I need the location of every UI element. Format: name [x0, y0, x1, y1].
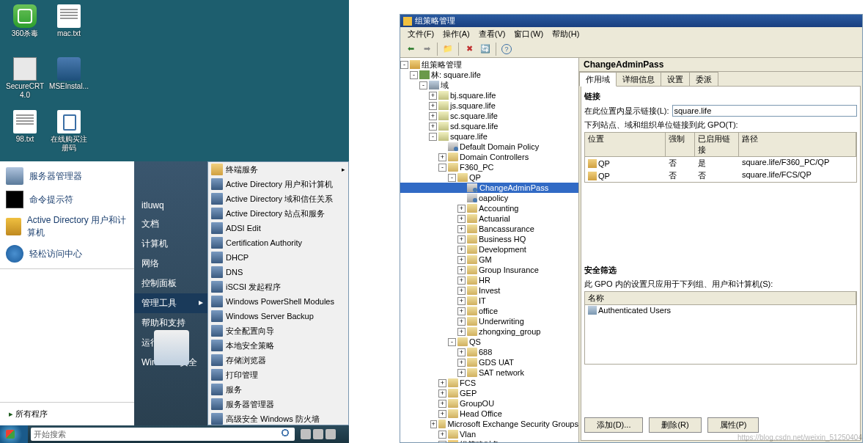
admin-tool-Active Directory 用户和计算机[interactable]: Active Directory 用户和计算机	[208, 177, 348, 191]
tree-node-ChangeAdminPass[interactable]: ChangeAdminPass	[400, 183, 578, 193]
all-programs[interactable]: 所有程序	[0, 402, 134, 425]
tree-node-IT[interactable]: +IT	[400, 296, 578, 306]
tree-node-sd.square.life[interactable]: +sd.square.life	[400, 121, 578, 131]
tree-node-688[interactable]: +688	[400, 347, 578, 357]
system-tray[interactable]	[298, 425, 349, 443]
menu-文件(F)[interactable]: 文件(F)	[403, 27, 438, 40]
menu-窗口(W)[interactable]: 窗口(W)	[510, 27, 548, 40]
admin-tool-DNS[interactable]: DNS	[208, 265, 348, 279]
admin-tool-ADSI Edit[interactable]: ADSI Edit	[208, 221, 348, 235]
tree-node-oapolicy[interactable]: oapolicy	[400, 193, 578, 203]
start-search-input[interactable]: 开始搜索	[31, 428, 295, 441]
tree-node-域[interactable]: -域	[400, 80, 578, 90]
admin-tool-存储浏览器[interactable]: 存储浏览器	[208, 353, 348, 367]
start-right-itluwq[interactable]: itluwq	[134, 197, 207, 214]
location-input[interactable]	[672, 105, 858, 117]
desktop-icon-98.txt[interactable]: 98.txt	[4, 110, 45, 144]
admin-tool-Active Directory 域和信任关系[interactable]: Active Directory 域和信任关系	[208, 191, 348, 206]
tree-node-QS[interactable]: -QS	[400, 337, 578, 347]
tree-node-Microsoft Exchange Security Groups[interactable]: +Microsoft Exchange Security Groups	[400, 419, 578, 429]
start-right-网络[interactable]: 网络	[134, 254, 207, 274]
tree-node-Business HQ[interactable]: +Business HQ	[400, 234, 578, 244]
tree-node-js.square.life[interactable]: +js.square.life	[400, 100, 578, 111]
gpmc-tree[interactable]: -组策略管理-林: square.life-域+bj.square.life+j…	[400, 58, 579, 442]
desktop-icon-mac.txt[interactable]: mac.txt	[48, 4, 89, 38]
links-row[interactable]: QP否否square.life/FCS/QP	[585, 169, 856, 182]
back-button[interactable]	[403, 42, 418, 56]
help-button[interactable]	[499, 42, 514, 56]
admin-tool-iSCSI 发起程序[interactable]: iSCSI 发起程序	[208, 279, 348, 294]
admin-tool-Windows Server Backup[interactable]: Windows Server Backup	[208, 309, 348, 323]
tree-node-GroupOU[interactable]: +GroupOU	[400, 398, 578, 409]
start-pinned-轻松访问中心[interactable]: 轻松访问中心	[0, 242, 134, 266]
desktop-icon-MSEInstal...[interactable]: MSEInstal...	[48, 57, 89, 91]
links-row[interactable]: QP否是square.life/F360_PC/QP	[585, 157, 856, 169]
tree-node-SAT network[interactable]: +SAT network	[400, 367, 578, 378]
admin-tool-Active Directory 站点和服务[interactable]: Active Directory 站点和服务	[208, 206, 348, 221]
tab-作用域[interactable]: 作用域	[579, 72, 617, 87]
tree-node-FCS[interactable]: +FCS	[400, 378, 578, 388]
desktop-icon-在线购买注册码[interactable]: 在线购买注册码	[48, 110, 89, 153]
tree-node-Underwriting[interactable]: +Underwriting	[400, 316, 578, 326]
admin-tool-服务[interactable]: 服务	[208, 382, 348, 397]
tab-委派[interactable]: 委派	[689, 72, 718, 87]
start-right-计算机[interactable]: 计算机	[134, 234, 207, 254]
menu-操作(A)[interactable]: 操作(A)	[438, 27, 474, 40]
admin-tool-安全配置向导[interactable]: 安全配置向导	[208, 323, 348, 338]
tree-node-Accounting[interactable]: +Accounting	[400, 203, 578, 213]
menu-帮助(H)[interactable]: 帮助(H)	[548, 27, 584, 40]
tree-node-HR[interactable]: +HR	[400, 275, 578, 285]
tab-设置[interactable]: 设置	[661, 72, 690, 87]
tree-node-Actuarial[interactable]: +Actuarial	[400, 213, 578, 224]
tree-node-Head Office[interactable]: +Head Office	[400, 409, 578, 419]
admin-tool-Windows PowerShell Modules[interactable]: Windows PowerShell Modules	[208, 294, 348, 309]
start-button[interactable]	[0, 425, 28, 443]
button-属性(P)[interactable]: 属性(P)	[707, 417, 760, 433]
tree-node-QP[interactable]: -QP	[400, 172, 578, 183]
tree-node-Bancassurance[interactable]: +Bancassurance	[400, 224, 578, 234]
tree-node-F360_PC[interactable]: -F360_PC	[400, 162, 578, 172]
links-table[interactable]: 位置强制已启用链接路径 QP否是square.life/F360_PC/QPQP…	[584, 132, 857, 183]
start-right-文档[interactable]: 文档	[134, 214, 207, 234]
tree-node-office[interactable]: +office	[400, 306, 578, 316]
admin-tool-高级安全 Windows 防火墙[interactable]: 高级安全 Windows 防火墙	[208, 411, 348, 425]
tree-node-square.life[interactable]: -square.life	[400, 131, 578, 142]
tree-node-GDS UAT[interactable]: +GDS UAT	[400, 357, 578, 367]
admin-tool-本地安全策略[interactable]: 本地安全策略	[208, 338, 348, 353]
tree-node-Group Insurance[interactable]: +Group Insurance	[400, 265, 578, 275]
tree-node-组策略管理[interactable]: -组策略管理	[400, 59, 578, 70]
start-pinned-Active Directory 用户和计算机[interactable]: Active Directory 用户和计算机	[0, 211, 134, 242]
filter-row[interactable]: Authenticated Users	[585, 305, 856, 315]
tree-node-bj.square.life[interactable]: +bj.square.life	[400, 90, 578, 100]
admin-tool-Certification Authority[interactable]: Certification Authority	[208, 235, 348, 250]
tree-node-组策略对象[interactable]: -组策略对象	[400, 439, 578, 442]
tree-node-sc.square.life[interactable]: +sc.square.life	[400, 111, 578, 121]
refresh-button[interactable]	[478, 42, 493, 56]
delete-button[interactable]	[462, 42, 477, 56]
gpmc-titlebar[interactable]: 组策略管理	[400, 15, 862, 27]
desktop-icon-SecureCRT 4.0[interactable]: SecureCRT 4.0	[4, 57, 45, 100]
tree-node-GEP[interactable]: +GEP	[400, 388, 578, 398]
tree-node-Invest[interactable]: +Invest	[400, 285, 578, 296]
tree-node-zhongxing_group[interactable]: +zhongxing_group	[400, 326, 578, 337]
button-删除(R)[interactable]: 删除(R)	[649, 417, 701, 433]
tree-node-Default Domain Policy[interactable]: Default Domain Policy	[400, 142, 578, 152]
start-pinned-命令提示符[interactable]: 命令提示符	[0, 188, 134, 211]
up-button[interactable]	[441, 42, 455, 56]
tree-node-Domain Controllers[interactable]: +Domain Controllers	[400, 152, 578, 162]
start-right-控制面板[interactable]: 控制面板	[134, 274, 207, 293]
filter-table[interactable]: 名称 Authenticated Users	[584, 291, 857, 365]
tree-node-林: square.life[interactable]: -林: square.life	[400, 70, 578, 80]
admin-tool-打印管理[interactable]: 打印管理	[208, 367, 348, 382]
start-right-管理工具[interactable]: 管理工具	[134, 293, 207, 313]
admin-tool-服务器管理器[interactable]: 服务器管理器	[208, 397, 348, 411]
tree-node-GM[interactable]: +GM	[400, 255, 578, 265]
menu-查看(V)[interactable]: 查看(V)	[474, 27, 510, 40]
button-添加(D)...[interactable]: 添加(D)...	[584, 417, 643, 433]
desktop-icon-360杀毒[interactable]: 360杀毒	[4, 4, 45, 38]
tree-node-Development[interactable]: +Development	[400, 244, 578, 255]
start-pinned-服务器管理器[interactable]: 服务器管理器	[0, 164, 134, 188]
admin-tool-终端服务[interactable]: 终端服务	[208, 162, 348, 177]
tab-详细信息[interactable]: 详细信息	[616, 72, 661, 87]
tree-node-Vlan[interactable]: +Vlan	[400, 429, 578, 439]
